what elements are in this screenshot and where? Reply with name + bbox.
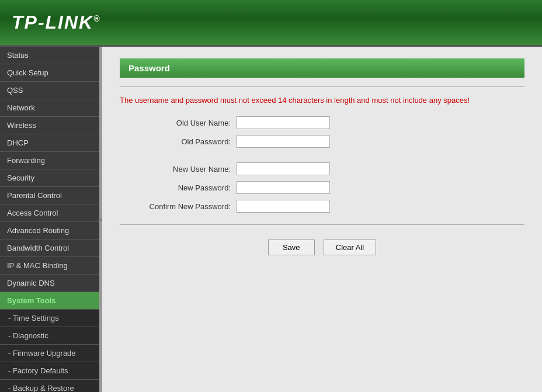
sidebar-item-access-control[interactable]: Access Control (0, 204, 99, 222)
sidebar-item-qss[interactable]: QSS (0, 82, 99, 99)
old-username-input[interactable] (237, 116, 330, 129)
content-area: Password The username and password must … (102, 47, 542, 392)
sidebar-item-security[interactable]: Security (0, 169, 99, 187)
new-password-row: New Password: (120, 181, 524, 194)
logo-text: TP-LINK (12, 12, 93, 33)
page-title-bar: Password (120, 58, 524, 78)
new-username-input[interactable] (237, 162, 330, 175)
confirm-password-input[interactable] (237, 200, 330, 213)
sidebar: StatusQuick SetupQSSNetworkWirelessDHCPF… (0, 47, 99, 392)
warning-message: The username and password must not excee… (120, 96, 524, 105)
confirm-password-row: Confirm New Password: (120, 200, 524, 213)
top-divider (120, 86, 524, 87)
sidebar-item-wireless[interactable]: Wireless (0, 117, 99, 134)
save-button[interactable]: Save (268, 240, 315, 255)
sidebar-item-status[interactable]: Status (0, 47, 99, 64)
sidebar-item-backup-restore[interactable]: - Backup & Restore (0, 380, 99, 392)
sidebar-item-quick-setup[interactable]: Quick Setup (0, 64, 99, 82)
sidebar-item-firmware-upgrade[interactable]: - Firmware Upgrade (0, 345, 99, 362)
old-username-label: Old User Name: (120, 119, 237, 127)
sidebar-item-dynamic-dns[interactable]: Dynamic DNS (0, 275, 99, 292)
new-password-input[interactable] (237, 181, 330, 194)
sidebar-item-factory-defaults[interactable]: - Factory Defaults (0, 362, 99, 380)
old-password-label: Old Password: (120, 137, 237, 146)
sidebar-item-system-tools[interactable]: System Tools (0, 292, 99, 310)
new-username-row: New User Name: (120, 162, 524, 175)
clear-all-button[interactable]: Clear All (324, 240, 376, 255)
sidebar-item-dhcp[interactable]: DHCP (0, 134, 99, 152)
logo: TP-LINK® (12, 12, 101, 33)
sidebar-item-advanced-routing[interactable]: Advanced Routing (0, 222, 99, 240)
action-buttons: Save Clear All (120, 237, 524, 258)
credentials-form: Old User Name: Old Password: New User Na… (120, 116, 524, 213)
page-title: Password (128, 63, 170, 73)
new-username-label: New User Name: (120, 165, 237, 174)
main-layout: StatusQuick SetupQSSNetworkWirelessDHCPF… (0, 47, 542, 392)
old-password-input[interactable] (237, 135, 330, 148)
sidebar-item-bandwidth-control[interactable]: Bandwidth Control (0, 240, 99, 257)
sidebar-item-forwarding[interactable]: Forwarding (0, 152, 99, 169)
logo-tm: ® (93, 14, 100, 23)
sidebar-item-diagnostic[interactable]: - Diagnostic (0, 327, 99, 345)
confirm-password-label: Confirm New Password: (120, 202, 237, 211)
old-username-row: Old User Name: (120, 116, 524, 129)
new-password-label: New Password: (120, 183, 237, 192)
old-password-row: Old Password: (120, 135, 524, 148)
sidebar-item-network[interactable]: Network (0, 99, 99, 117)
sidebar-item-ip-mac-binding[interactable]: IP & MAC Binding (0, 257, 99, 275)
header: TP-LINK® (0, 0, 542, 47)
sidebar-item-parental-control[interactable]: Parental Control (0, 187, 99, 204)
sidebar-item-time-settings[interactable]: - Time Settings (0, 310, 99, 327)
bottom-divider (120, 224, 524, 225)
